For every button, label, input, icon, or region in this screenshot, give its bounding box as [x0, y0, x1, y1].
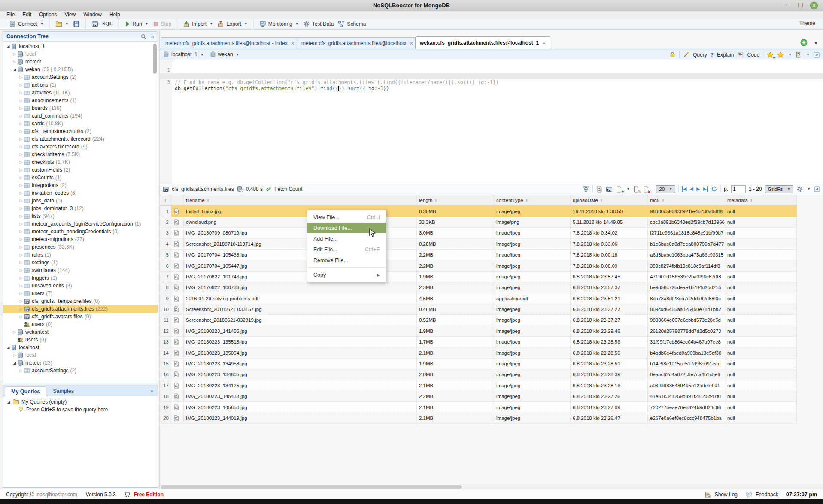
menu-item-help[interactable]: Help: [106, 12, 124, 18]
cell-contentType[interactable]: image/jpeg: [494, 239, 571, 250]
monitoring-button[interactable]: Monitoring ▼: [257, 21, 301, 27]
collapsed-arrow-icon[interactable]: ▷: [18, 75, 24, 79]
preview-cell[interactable]: [171, 380, 184, 391]
cell-metadata[interactable]: null: [725, 228, 797, 238]
cell-md5[interactable]: be9d56c72bdeae1b784d2bd215: [648, 282, 725, 293]
cell-length[interactable]: 0.28MB: [417, 239, 494, 250]
collapsed-arrow-icon[interactable]: ▷: [18, 260, 24, 265]
cell-uploadDate[interactable]: 6.8.2018 klo 23.29.46: [571, 326, 648, 337]
tree-item-cfs-avatars-filerecord[interactable]: ▷cfs.avatars.filerecord(9): [3, 143, 158, 151]
cell-uploadDate[interactable]: 6.8.2018 klo 23.37.27: [571, 304, 648, 315]
preview-cell[interactable]: [171, 239, 184, 250]
table-row[interactable]: 6IMG_20170704_105447.jpg2.2MBimage/jpeg7…: [160, 260, 823, 271]
column-header-metadata[interactable]: metadata▲▼: [725, 195, 797, 206]
cell-md5[interactable]: 98d80c565f03f921fe4b730af58f8: [648, 206, 725, 217]
table-row[interactable]: 16IMG_20180223_134605.jpg2.0MBimage/jpeg…: [160, 369, 823, 380]
cell-metadata[interactable]: null: [725, 293, 797, 304]
tree-item-accountsettings[interactable]: ▷accountSettings(2): [3, 367, 158, 374]
cell-contentType[interactable]: image/jpeg: [494, 282, 571, 293]
table-row[interactable]: 92016-04-29-solving-problems.pdf4.5MBapp…: [160, 293, 823, 304]
horizontal-scrollbar[interactable]: [160, 484, 823, 489]
add-document-button[interactable]: +: [616, 186, 623, 193]
cell-uploadDate[interactable]: 6.8.2018 klo 23.28.56: [571, 337, 648, 347]
table-row[interactable]: 19IMG_20180223_145650.jpg2.1MBimage/jpeg…: [160, 402, 823, 413]
preview-cell[interactable]: [171, 293, 184, 304]
cell-md5[interactable]: 809c9d6455aa325450e78b1bb2: [648, 304, 725, 315]
cell-contentType[interactable]: image/jpeg: [494, 402, 571, 413]
tab-samples[interactable]: Samples: [46, 386, 80, 396]
cell-metadata[interactable]: null: [725, 272, 797, 282]
column-header-contentType[interactable]: contentType▲▼: [494, 195, 571, 206]
tree-item-localhost-1[interactable]: ◢localhost_1: [3, 42, 158, 50]
cell-metadata[interactable]: null: [725, 369, 797, 380]
column-header-uploadDate[interactable]: uploadDate▲▼: [571, 195, 648, 206]
cell-filename[interactable]: IMG_20180223_141405.jpg: [184, 326, 417, 337]
collapse-queries-icon[interactable]: »: [150, 388, 158, 396]
edition-badge[interactable]: Free Edition: [134, 492, 164, 498]
expanded-arrow-icon[interactable]: ◢: [6, 345, 11, 350]
maximize-results-icon[interactable]: [814, 186, 820, 193]
tree-item-local[interactable]: ▷local: [3, 50, 158, 58]
collapsed-arrow-icon[interactable]: ▷: [18, 145, 24, 149]
table-row[interactable]: 18IMG_20180223_145438.jpg2.2MBimage/jpeg…: [160, 391, 823, 402]
preview-cell[interactable]: [171, 413, 184, 424]
tab-close-icon[interactable]: ✕: [410, 41, 413, 46]
next-page-button[interactable]: ▶: [696, 186, 700, 192]
tree-item-accountsettings[interactable]: ▷accountSettings(2): [3, 73, 158, 81]
collapsed-arrow-icon[interactable]: ▷: [18, 199, 24, 203]
tree-item-cfs-gridfs-avatars-files[interactable]: ▷cfs_gridfs.avatars.files(9): [3, 313, 158, 320]
cell-contentType[interactable]: image/jpeg: [494, 337, 571, 347]
context-menu-item-view-file-[interactable]: View File...Ctrl+I: [307, 212, 386, 223]
site-link[interactable]: nosqlbooster.com: [37, 492, 77, 498]
page-number-input[interactable]: [731, 185, 746, 193]
cell-length[interactable]: 0.38MB: [417, 206, 494, 217]
cell-md5[interactable]: b14c98e1015ac517d98c091ead: [648, 359, 725, 369]
editor-tab[interactable]: meteor:cfs_gridfs.attachments.files@loca…: [297, 37, 418, 49]
export-dropdown-caret[interactable]: ▼: [244, 22, 248, 26]
search-icon[interactable]: [140, 33, 147, 40]
cell-contentType[interactable]: image/png: [494, 217, 571, 228]
preview-cell[interactable]: [171, 315, 184, 326]
collapsed-arrow-icon[interactable]: ▷: [18, 245, 24, 249]
cell-md5[interactable]: 0ea5c62d4a072c9e7ca4b1c5eff: [648, 369, 725, 380]
edit-document-button[interactable]: ✎: [633, 186, 640, 193]
tree-item-meteor-migrations[interactable]: ▷meteor-migrations(27): [3, 235, 158, 243]
cell-uploadDate[interactable]: 6.8.2018 klo 23.28.39: [571, 369, 648, 380]
collapsed-arrow-icon[interactable]: ▷: [18, 253, 24, 257]
table-row[interactable]: 2owncloud.png33.3KBimage/png5.11.2018 kl…: [160, 217, 823, 228]
cell-md5[interactable]: 31f99f17cb864ce04b467a97ee8: [648, 337, 725, 347]
console-view-icon[interactable]: [606, 186, 613, 193]
tree-item-customfields[interactable]: ▷customFields(2): [3, 166, 158, 174]
minimize-button[interactable]: –: [784, 2, 791, 9]
cell-filename[interactable]: IMG_20180223_135054.jpg: [184, 347, 417, 358]
collapsed-arrow-icon[interactable]: ▷: [18, 222, 24, 226]
cell-length[interactable]: 1.9MB: [417, 359, 494, 369]
editor-tab[interactable]: wekan:cfs_gridfs.attachments.files@local…: [415, 36, 550, 49]
tree-item-triggers[interactable]: ▷triggers(1): [3, 274, 158, 282]
cell-contentType[interactable]: image/jpeg: [494, 315, 571, 326]
menu-item-window[interactable]: Window: [79, 12, 106, 18]
table-row[interactable]: 11Screenshot_20180621-032819.jpg0.52MBim…: [160, 315, 823, 326]
cell-length[interactable]: 2.2MB: [417, 391, 494, 402]
cell-uploadDate[interactable]: 6.8.2018 klo 23.28.51: [571, 359, 648, 369]
cell-metadata[interactable]: null: [725, 282, 797, 293]
collapsed-arrow-icon[interactable]: ▷: [18, 183, 24, 187]
expanded-arrow-icon[interactable]: ◢: [6, 44, 11, 48]
tree-item-users[interactable]: ▷users(7): [3, 290, 158, 297]
cell-filename[interactable]: IMG_20180223_145650.jpg: [184, 402, 417, 413]
tree-item-meteor-oauth-pendingcredentials[interactable]: ▷meteor_oauth_pendingCredentials(0): [3, 228, 158, 235]
preview-cell[interactable]: [171, 337, 184, 347]
collapsed-arrow-icon[interactable]: ▷: [18, 314, 24, 319]
cell-metadata[interactable]: null: [725, 260, 797, 271]
collapsed-arrow-icon[interactable]: ▷: [18, 152, 24, 157]
cell-uploadDate[interactable]: 6.8.2018 klo 23.51.21: [571, 293, 648, 304]
column-header-length[interactable]: length▲▼: [417, 195, 494, 206]
cell-contentType[interactable]: image/jpeg: [494, 272, 571, 282]
table-row[interactable]: 5IMG_20170704_105438.jpg2.2MBimage/jpeg7…: [160, 250, 823, 260]
tree-item-jobs-data[interactable]: ▷jobs_data(0): [3, 197, 158, 205]
query-builder-button[interactable]: Query: [693, 52, 707, 58]
sql-button[interactable]: SQL: [100, 21, 115, 27]
preview-cell[interactable]: [171, 228, 184, 238]
settings-dropdown-caret[interactable]: ▼: [807, 187, 811, 191]
cell-contentType[interactable]: image/jpeg: [494, 359, 571, 369]
